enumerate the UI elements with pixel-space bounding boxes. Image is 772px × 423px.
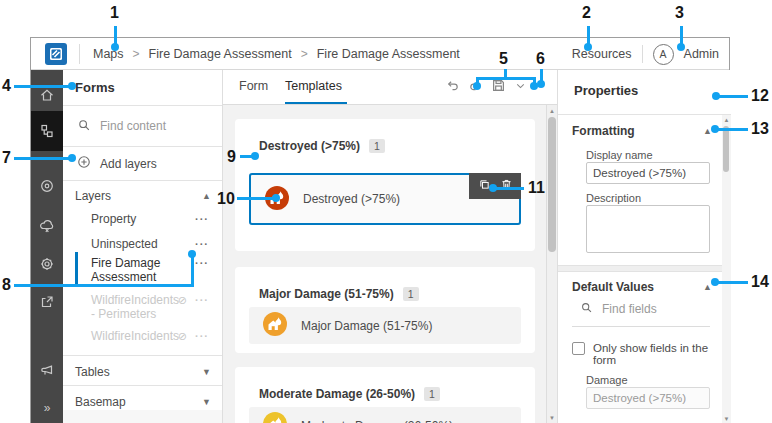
find-content-search[interactable] — [63, 106, 222, 146]
major-damage-symbol-icon — [262, 311, 288, 340]
forms-icon[interactable] — [31, 111, 63, 151]
properties-scrollbar[interactable]: ▲ ▼ — [722, 115, 731, 423]
callout-1-dot — [111, 43, 119, 51]
callout-4-line — [14, 85, 72, 88]
template-group-moderate: Moderate Damage (26-50%) 1 Moderate Dama… — [235, 367, 535, 423]
find-fields-input[interactable] — [602, 302, 702, 316]
tables-section-header[interactable]: Tables ▼ — [75, 359, 211, 385]
avatar[interactable]: A — [653, 44, 674, 65]
layer-item-property[interactable]: Property ··· — [63, 212, 223, 226]
template-group-major: Major Damage (51-75%) 1 Major Damage (51… — [235, 267, 535, 353]
layer-item-wildfire-perimeters[interactable]: WildfireIncidents - Perimeters ⊘ ··· — [63, 293, 223, 321]
header-divider — [79, 44, 80, 64]
callout-12: 12 — [751, 87, 769, 105]
layer-item-uninspected[interactable]: Uninspected ··· — [63, 237, 223, 251]
app-sidebar: » — [31, 70, 63, 423]
overflow-menu-icon[interactable]: ··· — [195, 330, 209, 342]
callout-10-line — [237, 197, 275, 200]
template-card-moderate[interactable]: Moderate Damage (26-50%) — [249, 407, 521, 423]
description-textarea[interactable] — [586, 205, 710, 253]
save-icon[interactable] — [491, 78, 506, 97]
callout-12-line — [718, 95, 748, 98]
breadcrumb-form-name: Fire Damage Assessment — [317, 47, 460, 61]
template-group-title: Major Damage (51-75%) 1 — [259, 287, 419, 301]
breadcrumb-map-name[interactable]: Fire Damage Assessment — [149, 47, 292, 61]
settings-icon[interactable] — [31, 248, 63, 280]
divider — [63, 355, 222, 356]
only-show-fields-checkbox[interactable] — [572, 342, 585, 355]
section-separator — [558, 265, 723, 272]
search-icon — [580, 300, 593, 318]
layers-section-header[interactable]: Layers ▲ — [75, 183, 211, 209]
active-tab-underline — [285, 102, 347, 104]
display-name-input[interactable] — [586, 162, 710, 184]
scroll-down-icon[interactable]: ▼ — [547, 415, 557, 421]
header-divider — [642, 45, 643, 63]
app-window: Maps > Fire Damage Assessment > Fire Dam… — [30, 37, 730, 423]
scroll-down-icon[interactable]: ▼ — [722, 416, 731, 422]
not-editable-icon: ⊘ — [178, 330, 187, 343]
app-logo-icon[interactable] — [45, 43, 67, 65]
default-values-section-header[interactable]: Default Values ▲ — [572, 280, 712, 294]
scroll-up-icon[interactable]: ▲ — [547, 108, 557, 114]
breadcrumb-separator: > — [133, 47, 140, 61]
resources-menu[interactable]: Resources — [572, 47, 632, 61]
scrollbar-thumb[interactable] — [723, 126, 729, 172]
overflow-menu-icon[interactable]: ··· — [195, 294, 209, 306]
template-card-label: Major Damage (51-75%) — [301, 319, 432, 333]
layer-item-fire-damage-assessment[interactable]: Fire Damage Assessment ··· — [63, 256, 223, 284]
forms-panel-footer — [63, 410, 222, 423]
breadcrumb-separator: > — [301, 47, 308, 61]
count-badge: 1 — [403, 287, 419, 301]
feedback-icon[interactable] — [31, 354, 63, 386]
user-menu[interactable]: Admin — [684, 47, 719, 61]
chevron-down-icon: ▼ — [202, 397, 211, 407]
breadcrumb-maps[interactable]: Maps — [93, 47, 124, 61]
tab-templates[interactable]: Templates — [285, 79, 342, 93]
callout-3-dot — [677, 43, 685, 51]
callout-5-dot-left — [473, 82, 481, 90]
description-label: Description — [586, 192, 641, 204]
callout-11: 11 — [528, 179, 545, 197]
home-icon[interactable] — [31, 79, 63, 111]
add-layers-label: Add layers — [100, 157, 157, 171]
overflow-menu-icon[interactable]: ··· — [195, 213, 209, 225]
overflow-menu-icon[interactable]: ··· — [195, 257, 209, 269]
callout-4: 4 — [2, 77, 11, 95]
templates-scrollbar[interactable]: ▲ ▼ — [546, 105, 557, 423]
callout-14: 14 — [751, 273, 769, 291]
offline-icon[interactable] — [31, 210, 63, 242]
overflow-menu-icon[interactable]: ··· — [195, 238, 209, 250]
callout-5-bracket — [476, 77, 536, 80]
forms-panel-title: Forms — [75, 80, 115, 95]
save-options-chevron-icon[interactable] — [514, 78, 527, 97]
formatting-section-header[interactable]: Formatting ▲ — [572, 124, 712, 138]
geofences-icon[interactable] — [31, 170, 63, 202]
properties-panel: Properties Formatting ▲ Display name Des… — [557, 70, 731, 423]
template-card-major[interactable]: Major Damage (51-75%) — [249, 307, 521, 344]
add-layers-button[interactable]: Add layers — [63, 147, 222, 180]
moderate-damage-symbol-icon — [262, 411, 288, 423]
callout-1: 1 — [110, 4, 119, 22]
scroll-up-icon[interactable]: ▲ — [722, 117, 731, 123]
layer-item-wildfire-incidents[interactable]: WildfireIncidents ⊘ ··· — [63, 329, 223, 343]
find-content-input[interactable] — [100, 119, 210, 133]
count-badge: 1 — [369, 139, 385, 153]
damage-field-label: Damage — [586, 374, 628, 386]
template-card-destroyed[interactable]: Destroyed (>75%) — [249, 173, 521, 225]
templates-panel: Form Templates — [223, 70, 557, 423]
breadcrumb: Maps > Fire Damage Assessment > Fire Dam… — [93, 38, 460, 70]
delete-icon[interactable] — [500, 178, 513, 194]
chevron-up-icon: ▲ — [202, 191, 211, 201]
count-badge: 1 — [424, 387, 440, 401]
callout-10-dot — [272, 194, 280, 202]
undo-icon[interactable] — [445, 78, 460, 97]
scrollbar-thumb[interactable] — [548, 117, 556, 252]
callout-4-dot — [68, 82, 76, 90]
callout-7-line — [14, 157, 72, 160]
find-fields-search[interactable] — [580, 300, 702, 318]
tab-form[interactable]: Form — [239, 79, 268, 93]
sharing-icon[interactable] — [31, 286, 63, 318]
display-name-label: Display name — [586, 149, 653, 161]
expand-sidebar-icon[interactable]: » — [31, 392, 63, 423]
